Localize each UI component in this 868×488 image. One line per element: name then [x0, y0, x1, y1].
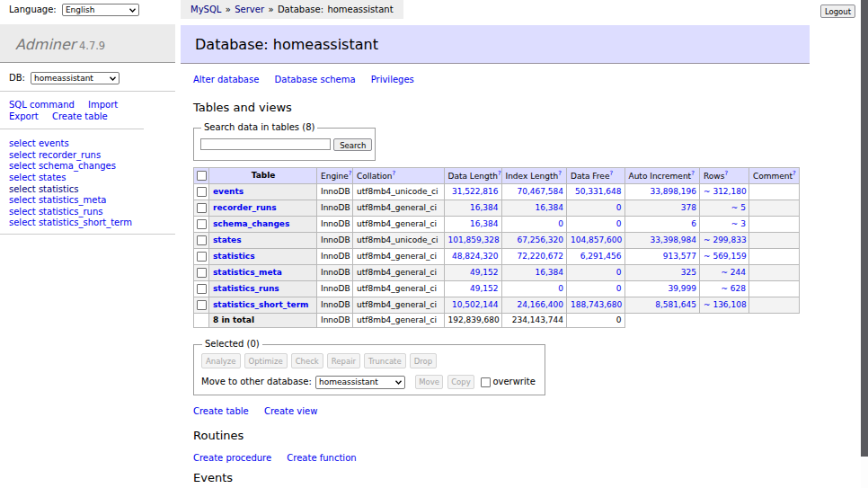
- move-button[interactable]: Move: [415, 375, 443, 389]
- cell-link-data_length[interactable]: 48,824,320: [452, 252, 499, 261]
- cell-link-rows[interactable]: ~ 569,159: [704, 252, 747, 261]
- table-structure-link[interactable]: events: [39, 138, 69, 148]
- help-link[interactable]: ?: [349, 170, 352, 177]
- db-select-control[interactable]: homeassistant: [31, 72, 120, 84]
- language-select-control[interactable]: English: [62, 4, 139, 16]
- cell-link-index_length[interactable]: 16,384: [536, 203, 564, 212]
- help-link[interactable]: ?: [609, 170, 613, 177]
- table-name-link[interactable]: statistics: [213, 252, 255, 261]
- language-select[interactable]: English: [62, 4, 139, 16]
- cell-link-rows[interactable]: ~ 3: [731, 219, 746, 228]
- move-db-select-control[interactable]: homeassistant: [315, 376, 405, 389]
- search-input[interactable]: [200, 138, 331, 150]
- cell-link-data_length[interactable]: 16,384: [470, 219, 499, 228]
- overwrite-checkbox[interactable]: [481, 377, 491, 387]
- table-name-link[interactable]: events: [213, 187, 244, 196]
- table-structure-link[interactable]: states: [39, 173, 66, 182]
- sidebar-action-create-table[interactable]: Create table: [52, 111, 108, 121]
- link-privileges[interactable]: Privileges: [371, 75, 414, 84]
- select-data-link[interactable]: select: [9, 184, 36, 194]
- breadcrumb-link[interactable]: Server: [235, 4, 264, 14]
- table-structure-link[interactable]: statistics_meta: [39, 195, 107, 205]
- row-checkbox[interactable]: [197, 252, 207, 262]
- check-button[interactable]: Check: [291, 353, 323, 368]
- table-name-link[interactable]: statistics_runs: [213, 284, 279, 293]
- logout-button[interactable]: Logout: [820, 4, 855, 18]
- table-name-link[interactable]: statistics_meta: [213, 268, 282, 277]
- select-data-link[interactable]: select: [9, 195, 36, 205]
- table-structure-link[interactable]: statistics: [39, 184, 79, 194]
- sidebar-action-export[interactable]: Export: [9, 111, 39, 121]
- help-link[interactable]: ?: [498, 170, 501, 177]
- table-name-link[interactable]: statistics_short_term: [213, 300, 308, 309]
- table-name-link[interactable]: states: [213, 235, 242, 244]
- cell-link-index_length[interactable]: 70,467,584: [517, 187, 563, 196]
- help-link[interactable]: ?: [691, 170, 695, 177]
- select-data-link[interactable]: select: [9, 138, 36, 148]
- scrollbar[interactable]: [861, 0, 868, 488]
- cell-link-auto_increment[interactable]: 8,581,645: [655, 300, 696, 309]
- help-link[interactable]: ?: [793, 170, 796, 177]
- cell-link-rows[interactable]: ~ 299,833: [704, 235, 747, 244]
- cell-link-index_length[interactable]: 0: [558, 284, 563, 293]
- link-create-table[interactable]: Create table: [193, 406, 249, 416]
- cell-link-auto_increment[interactable]: 913,577: [663, 252, 696, 261]
- row-checkbox[interactable]: [197, 235, 207, 245]
- sidebar-action-import[interactable]: Import: [88, 100, 118, 110]
- truncate-button[interactable]: Truncate: [364, 353, 406, 368]
- link-create-view[interactable]: Create view: [264, 406, 317, 416]
- cell-link-index_length[interactable]: 24,166,400: [517, 300, 563, 309]
- cell-link-rows[interactable]: ~ 312,180: [704, 187, 747, 196]
- help-link[interactable]: ?: [558, 170, 562, 177]
- check-all-checkbox[interactable]: [197, 171, 207, 181]
- sidebar-action-sql-command[interactable]: SQL command: [9, 100, 75, 110]
- cell-link-data_free[interactable]: 188,743,680: [571, 300, 622, 309]
- table-structure-link[interactable]: recorder_runs: [39, 150, 101, 160]
- db-select[interactable]: homeassistant: [31, 72, 120, 84]
- cell-link-auto_increment[interactable]: 378: [681, 203, 696, 212]
- cell-link-data_length[interactable]: 10,502,144: [452, 300, 499, 309]
- overwrite-option[interactable]: overwrite: [481, 377, 535, 386]
- cell-link-auto_increment[interactable]: 33,898,196: [650, 187, 696, 196]
- select-data-link[interactable]: select: [9, 173, 36, 182]
- cell-link-index_length[interactable]: 67,256,320: [517, 235, 563, 244]
- row-checkbox[interactable]: [197, 203, 207, 213]
- cell-link-index_length[interactable]: 16,384: [536, 268, 564, 277]
- row-checkbox[interactable]: [197, 268, 207, 278]
- select-data-link[interactable]: select: [9, 207, 36, 217]
- cell-link-auto_increment[interactable]: 325: [681, 268, 696, 277]
- cell-link-rows[interactable]: ~ 628: [721, 284, 746, 293]
- row-checkbox[interactable]: [197, 219, 207, 229]
- drop-button[interactable]: Drop: [410, 353, 437, 368]
- link-create-function[interactable]: Create function: [287, 453, 356, 463]
- scrollbar-thumb[interactable]: [861, 0, 868, 457]
- table-name-link[interactable]: schema_changes: [213, 219, 289, 228]
- cell-link-data_free[interactable]: 0: [616, 268, 622, 277]
- cell-link-data_length[interactable]: 49,152: [470, 284, 499, 293]
- cell-link-index_length[interactable]: 72,220,672: [517, 252, 563, 261]
- cell-link-data_free[interactable]: 0: [616, 203, 622, 212]
- copy-button[interactable]: Copy: [447, 375, 474, 389]
- row-checkbox[interactable]: [197, 300, 207, 310]
- cell-link-data_free[interactable]: 6,291,456: [580, 252, 622, 261]
- cell-link-rows[interactable]: ~ 244: [721, 268, 746, 277]
- cell-link-data_free[interactable]: 50,331,648: [575, 187, 622, 196]
- row-checkbox[interactable]: [197, 284, 207, 294]
- help-link[interactable]: ?: [393, 170, 396, 177]
- cell-link-data_free[interactable]: 0: [616, 284, 622, 293]
- table-structure-link[interactable]: schema_changes: [39, 161, 116, 171]
- cell-link-auto_increment[interactable]: 39,999: [669, 284, 697, 293]
- cell-link-data_length[interactable]: 101,859,328: [448, 235, 500, 244]
- cell-link-rows[interactable]: ~ 136,108: [704, 300, 747, 309]
- cell-link-rows[interactable]: ~ 5: [731, 203, 746, 212]
- cell-link-data_length[interactable]: 49,152: [470, 268, 499, 277]
- move-db-select[interactable]: homeassistant: [315, 376, 405, 389]
- link-create-procedure[interactable]: Create procedure: [193, 453, 271, 463]
- help-link[interactable]: ?: [724, 170, 728, 177]
- optimize-button[interactable]: Optimize: [244, 353, 288, 368]
- cell-link-index_length[interactable]: 0: [558, 219, 563, 228]
- cell-link-data_free[interactable]: 104,857,600: [571, 235, 622, 244]
- link-database-schema[interactable]: Database schema: [275, 75, 356, 84]
- analyze-button[interactable]: Analyze: [201, 353, 241, 368]
- cell-link-data_free[interactable]: 0: [616, 219, 622, 228]
